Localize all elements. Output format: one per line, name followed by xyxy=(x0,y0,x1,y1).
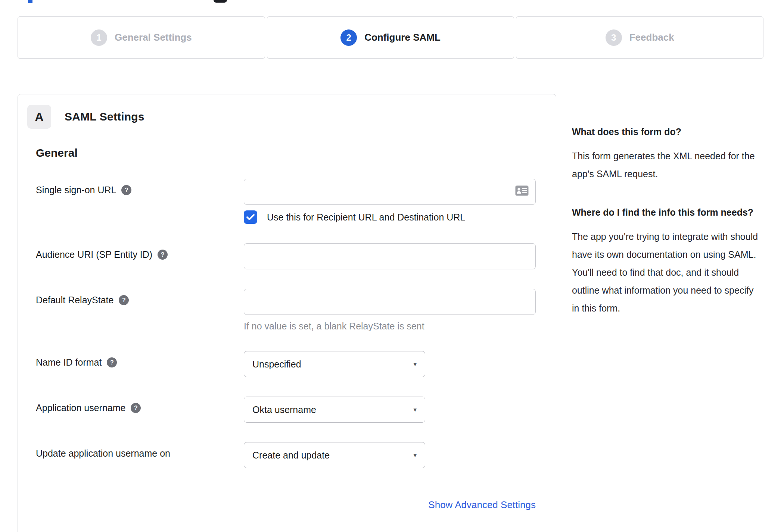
name-id-format-select[interactable]: Unspecified ▾ xyxy=(244,351,425,377)
advanced-settings-row: Show Advanced Settings xyxy=(244,499,536,511)
chevron-down-icon: ▾ xyxy=(413,451,417,459)
field-label: Application username xyxy=(36,403,125,413)
general-heading: General xyxy=(36,147,556,159)
check-icon xyxy=(246,214,255,220)
clipped-icon-fragment xyxy=(214,0,227,3)
address-card-icon xyxy=(515,185,529,196)
field-label: Audience URI (SP Entity ID) xyxy=(36,249,152,260)
saml-form: Single sign-on URL ? xyxy=(18,179,556,511)
field-label: Update application username on xyxy=(36,448,170,459)
step-general-settings[interactable]: 1 General Settings xyxy=(18,16,265,59)
show-advanced-settings-link[interactable]: Show Advanced Settings xyxy=(428,499,536,510)
help-title: Where do I find the info this form needs… xyxy=(572,204,760,221)
help-icon[interactable]: ? xyxy=(158,250,168,260)
chevron-down-icon: ▾ xyxy=(413,360,417,368)
row-application-username: Application username ? Okta username ▾ xyxy=(36,397,556,423)
audience-uri-input[interactable] xyxy=(244,243,536,269)
section-a-badge: A xyxy=(27,105,51,129)
field-label: Name ID format xyxy=(36,357,102,368)
help-body: The app you're trying to integrate with … xyxy=(572,228,760,317)
select-value: Okta username xyxy=(252,404,316,415)
card-title: SAML Settings xyxy=(65,110,144,123)
clipped-title-accent xyxy=(28,0,32,3)
chevron-down-icon: ▾ xyxy=(413,406,417,414)
help-sidebar: What does this form do? This form genera… xyxy=(572,94,760,338)
row-audience-uri: Audience URI (SP Entity ID) ? xyxy=(36,243,556,269)
select-value: Create and update xyxy=(252,450,330,461)
application-username-select[interactable]: Okta username ▾ xyxy=(244,397,425,423)
help-icon[interactable]: ? xyxy=(131,403,141,413)
help-body: This form generates the XML needed for t… xyxy=(572,147,760,183)
update-username-select[interactable]: Create and update ▾ xyxy=(244,442,425,468)
step-number-badge: 2 xyxy=(340,29,357,46)
relaystate-helper-text: If no value is set, a blank RelayState i… xyxy=(244,321,536,332)
field-label: Single sign-on URL xyxy=(36,185,116,195)
help-title: What does this form do? xyxy=(572,123,760,140)
help-icon[interactable]: ? xyxy=(107,357,117,367)
step-label: General Settings xyxy=(115,32,192,43)
select-value: Unspecified xyxy=(252,359,301,370)
wizard-stepper: 1 General Settings 2 Configure SAML 3 Fe… xyxy=(18,16,763,59)
step-feedback[interactable]: 3 Feedback xyxy=(516,16,763,59)
row-update-application-username: Update application username on Create an… xyxy=(36,442,556,468)
default-relaystate-input[interactable] xyxy=(244,289,536,315)
single-sign-on-url-input[interactable] xyxy=(244,179,536,205)
step-label: Feedback xyxy=(629,32,674,43)
checkbox-label: Use this for Recipient URL and Destinati… xyxy=(267,212,465,223)
section-header: A SAML Settings xyxy=(27,105,556,129)
step-number-badge: 1 xyxy=(91,29,107,46)
help-icon[interactable]: ? xyxy=(121,185,131,195)
step-configure-saml[interactable]: 2 Configure SAML xyxy=(267,16,514,59)
help-icon[interactable]: ? xyxy=(119,295,129,305)
row-default-relaystate: Default RelayState ? If no value is set,… xyxy=(36,289,556,332)
saml-settings-card: A SAML Settings General Single sign-on U… xyxy=(18,94,556,532)
help-section-what: What does this form do? This form genera… xyxy=(572,123,760,183)
recipient-url-checkbox[interactable] xyxy=(244,210,257,224)
row-name-id-format: Name ID format ? Unspecified ▾ xyxy=(36,351,556,377)
main-content: A SAML Settings General Single sign-on U… xyxy=(18,94,760,532)
field-label: Default RelayState xyxy=(36,295,113,306)
step-label: Configure SAML xyxy=(364,32,441,43)
help-section-where: Where do I find the info this form needs… xyxy=(572,204,760,317)
step-number-badge: 3 xyxy=(606,29,622,46)
row-single-sign-on-url: Single sign-on URL ? xyxy=(36,179,556,224)
